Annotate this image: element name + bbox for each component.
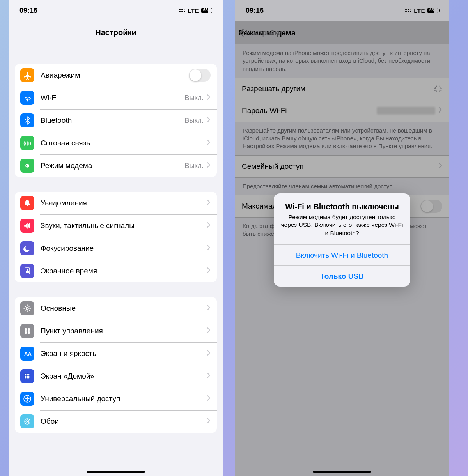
svg-rect-7	[25, 331, 27, 334]
svg-point-13	[28, 374, 30, 375]
row-label: Обои	[41, 417, 207, 426]
svg-point-11	[25, 374, 27, 375]
settings-screen: 09:15 LTE 65 Настройки АвиарежимWi-FiВык…	[9, 0, 223, 476]
settings-row-controlcenter[interactable]: Пункт управления	[15, 320, 217, 342]
row-label: Режим модема	[41, 161, 184, 170]
svg-text:AA: AA	[24, 351, 32, 357]
display-icon: AA	[20, 347, 34, 361]
svg-rect-3	[28, 271, 29, 273]
svg-point-19	[28, 377, 30, 379]
chevron-right-icon	[207, 94, 211, 102]
svg-rect-8	[28, 331, 30, 334]
svg-rect-1	[26, 271, 27, 273]
hotspot-screen: 09:15 LTE 65 Настройки Режим модема Режи…	[235, 0, 449, 476]
controlcenter-icon	[20, 324, 34, 338]
signal-icon	[179, 9, 185, 12]
chevron-right-icon	[207, 350, 211, 357]
battery-icon: 65	[201, 8, 212, 13]
svg-point-21	[27, 397, 28, 398]
alert-title: Wi-Fi и Bluetooth выключены	[281, 202, 403, 211]
chevron-right-icon	[207, 304, 211, 312]
alert-dialog: Wi-Fi и Bluetooth выключены Режим модема…	[274, 193, 410, 287]
chevron-right-icon	[207, 162, 211, 170]
row-value: Выкл.	[184, 117, 204, 125]
alert-enable-button[interactable]: Включить Wi-Fi и Bluetooth	[274, 244, 410, 265]
svg-point-18	[27, 377, 28, 379]
row-label: Основные	[41, 304, 207, 313]
chevron-right-icon	[207, 117, 211, 124]
svg-point-12	[27, 374, 28, 375]
row-label: Экран и яркость	[41, 349, 207, 358]
chevron-right-icon	[207, 372, 211, 380]
row-label: Экранное время	[41, 267, 207, 275]
svg-point-24	[27, 421, 28, 422]
settings-row-screentime[interactable]: Экранное время	[15, 260, 217, 282]
airplane-icon	[20, 68, 34, 82]
navbar: Настройки	[9, 21, 223, 44]
homescreen-icon	[20, 369, 34, 383]
svg-point-15	[27, 376, 28, 377]
row-label: Сотовая связь	[41, 139, 207, 147]
row-value: Выкл.	[184, 162, 204, 170]
settings-row-wifi[interactable]: Wi-FiВыкл.	[15, 87, 217, 109]
chevron-right-icon	[207, 222, 211, 230]
home-indicator[interactable]	[87, 471, 145, 473]
page-title: Настройки	[95, 28, 136, 37]
status-bar: 09:15 LTE 65	[9, 0, 223, 21]
chevron-right-icon	[207, 418, 211, 425]
row-label: Уведомления	[41, 199, 207, 207]
wallpaper-icon	[20, 414, 34, 428]
bluetooth-icon	[20, 113, 34, 127]
settings-row-bluetooth[interactable]: BluetoothВыкл.	[15, 109, 217, 132]
row-label: Авиарежим	[41, 71, 189, 80]
settings-row-focus[interactable]: Фокусирование	[15, 237, 217, 260]
general-icon	[20, 301, 34, 315]
row-label: Универсальный доступ	[41, 395, 207, 403]
notifications-icon	[20, 196, 34, 210]
row-label: Wi-Fi	[41, 94, 184, 102]
chevron-right-icon	[207, 267, 211, 275]
accessibility-icon	[20, 392, 34, 406]
settings-row-notifications[interactable]: Уведомления	[15, 192, 217, 214]
alert-usb-only-button[interactable]: Только USB	[274, 265, 410, 287]
settings-row-homescreen[interactable]: Экран «Домой»	[15, 365, 217, 388]
svg-point-17	[25, 377, 27, 379]
wifi-icon	[20, 91, 34, 105]
row-label: Фокусирование	[41, 244, 207, 253]
hotspot-icon	[20, 159, 34, 173]
row-label: Bluetooth	[41, 116, 184, 125]
focus-icon	[20, 241, 34, 255]
row-label: Пункт управления	[41, 327, 207, 335]
svg-point-4	[26, 307, 28, 310]
settings-row-display[interactable]: AAЭкран и яркость	[15, 342, 217, 365]
row-label: Экран «Домой»	[41, 372, 207, 380]
cellular-icon	[20, 136, 34, 150]
chevron-right-icon	[207, 199, 211, 207]
network-label: LTE	[188, 7, 199, 14]
settings-row-wallpaper[interactable]: Обои	[15, 410, 217, 433]
settings-row-general[interactable]: Основные	[15, 297, 217, 320]
settings-row-airplane[interactable]: Авиарежим	[15, 64, 217, 87]
clock: 09:15	[20, 7, 37, 15]
chevron-right-icon	[207, 139, 211, 147]
settings-list[interactable]: АвиарежимWi-FiВыкл.BluetoothВыкл.Сотовая…	[9, 44, 223, 476]
settings-row-accessibility[interactable]: Универсальный доступ	[15, 388, 217, 410]
settings-row-sounds[interactable]: Звуки, тактильные сигналы	[15, 214, 217, 237]
row-value: Выкл.	[184, 94, 204, 102]
svg-rect-6	[28, 328, 30, 331]
chevron-right-icon	[207, 244, 211, 252]
screentime-icon	[20, 264, 34, 278]
sounds-icon	[20, 219, 34, 233]
svg-rect-5	[25, 328, 27, 331]
chevron-right-icon	[207, 395, 211, 403]
settings-row-cellular[interactable]: Сотовая связь	[15, 132, 217, 154]
alert-message: Режим модема будет доступен только через…	[281, 213, 403, 237]
chevron-right-icon	[207, 327, 211, 335]
svg-rect-2	[27, 269, 28, 273]
svg-point-16	[28, 376, 30, 377]
settings-row-hotspot[interactable]: Режим модемаВыкл.	[15, 154, 217, 177]
toggle-switch[interactable]	[189, 69, 211, 82]
row-label: Звуки, тактильные сигналы	[41, 221, 207, 230]
svg-point-14	[25, 376, 27, 377]
